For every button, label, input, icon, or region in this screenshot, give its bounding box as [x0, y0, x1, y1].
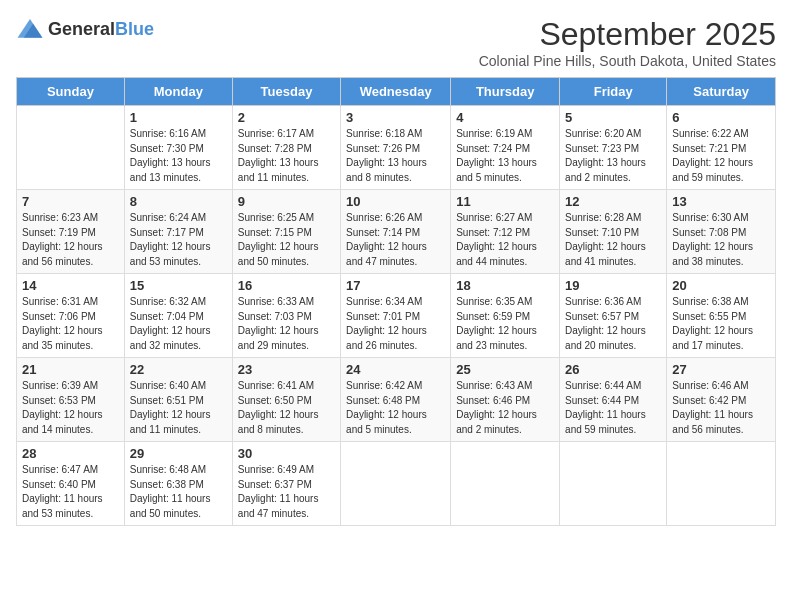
- day-info: Sunrise: 6:25 AMSunset: 7:15 PMDaylight:…: [238, 211, 335, 269]
- day-number: 3: [346, 110, 445, 125]
- day-info: Sunrise: 6:26 AMSunset: 7:14 PMDaylight:…: [346, 211, 445, 269]
- day-info: Sunrise: 6:33 AMSunset: 7:03 PMDaylight:…: [238, 295, 335, 353]
- day-info: Sunrise: 6:31 AMSunset: 7:06 PMDaylight:…: [22, 295, 119, 353]
- day-number: 1: [130, 110, 227, 125]
- calendar-cell: [341, 442, 451, 526]
- calendar-cell: 9Sunrise: 6:25 AMSunset: 7:15 PMDaylight…: [232, 190, 340, 274]
- day-info: Sunrise: 6:48 AMSunset: 6:38 PMDaylight:…: [130, 463, 227, 521]
- day-info: Sunrise: 6:42 AMSunset: 6:48 PMDaylight:…: [346, 379, 445, 437]
- calendar-cell: 24Sunrise: 6:42 AMSunset: 6:48 PMDayligh…: [341, 358, 451, 442]
- day-number: 18: [456, 278, 554, 293]
- calendar-cell: 20Sunrise: 6:38 AMSunset: 6:55 PMDayligh…: [667, 274, 776, 358]
- location: Colonial Pine Hills, South Dakota, Unite…: [479, 53, 776, 69]
- day-number: 27: [672, 362, 770, 377]
- calendar-week-row: 21Sunrise: 6:39 AMSunset: 6:53 PMDayligh…: [17, 358, 776, 442]
- day-number: 26: [565, 362, 661, 377]
- calendar-cell: 12Sunrise: 6:28 AMSunset: 7:10 PMDayligh…: [560, 190, 667, 274]
- calendar-cell: 6Sunrise: 6:22 AMSunset: 7:21 PMDaylight…: [667, 106, 776, 190]
- day-number: 6: [672, 110, 770, 125]
- calendar-header-row: SundayMondayTuesdayWednesdayThursdayFrid…: [17, 78, 776, 106]
- day-info: Sunrise: 6:32 AMSunset: 7:04 PMDaylight:…: [130, 295, 227, 353]
- logo-general: General: [48, 19, 115, 39]
- calendar-cell: 25Sunrise: 6:43 AMSunset: 6:46 PMDayligh…: [451, 358, 560, 442]
- calendar-cell: 2Sunrise: 6:17 AMSunset: 7:28 PMDaylight…: [232, 106, 340, 190]
- day-header-monday: Monday: [124, 78, 232, 106]
- calendar-cell: 18Sunrise: 6:35 AMSunset: 6:59 PMDayligh…: [451, 274, 560, 358]
- calendar-cell: 7Sunrise: 6:23 AMSunset: 7:19 PMDaylight…: [17, 190, 125, 274]
- day-header-friday: Friday: [560, 78, 667, 106]
- calendar-week-row: 1Sunrise: 6:16 AMSunset: 7:30 PMDaylight…: [17, 106, 776, 190]
- day-header-sunday: Sunday: [17, 78, 125, 106]
- day-number: 28: [22, 446, 119, 461]
- day-number: 30: [238, 446, 335, 461]
- day-info: Sunrise: 6:27 AMSunset: 7:12 PMDaylight:…: [456, 211, 554, 269]
- day-info: Sunrise: 6:28 AMSunset: 7:10 PMDaylight:…: [565, 211, 661, 269]
- calendar-cell: 16Sunrise: 6:33 AMSunset: 7:03 PMDayligh…: [232, 274, 340, 358]
- calendar-cell: 5Sunrise: 6:20 AMSunset: 7:23 PMDaylight…: [560, 106, 667, 190]
- day-info: Sunrise: 6:30 AMSunset: 7:08 PMDaylight:…: [672, 211, 770, 269]
- day-number: 2: [238, 110, 335, 125]
- day-number: 4: [456, 110, 554, 125]
- logo: GeneralBlue: [16, 16, 154, 44]
- day-info: Sunrise: 6:19 AMSunset: 7:24 PMDaylight:…: [456, 127, 554, 185]
- day-number: 7: [22, 194, 119, 209]
- calendar-cell: 23Sunrise: 6:41 AMSunset: 6:50 PMDayligh…: [232, 358, 340, 442]
- calendar-cell: 4Sunrise: 6:19 AMSunset: 7:24 PMDaylight…: [451, 106, 560, 190]
- day-info: Sunrise: 6:35 AMSunset: 6:59 PMDaylight:…: [456, 295, 554, 353]
- calendar-cell: 15Sunrise: 6:32 AMSunset: 7:04 PMDayligh…: [124, 274, 232, 358]
- calendar-cell: [17, 106, 125, 190]
- day-number: 20: [672, 278, 770, 293]
- calendar-cell: 17Sunrise: 6:34 AMSunset: 7:01 PMDayligh…: [341, 274, 451, 358]
- day-info: Sunrise: 6:43 AMSunset: 6:46 PMDaylight:…: [456, 379, 554, 437]
- day-info: Sunrise: 6:44 AMSunset: 6:44 PMDaylight:…: [565, 379, 661, 437]
- day-number: 21: [22, 362, 119, 377]
- calendar-cell: 8Sunrise: 6:24 AMSunset: 7:17 PMDaylight…: [124, 190, 232, 274]
- day-info: Sunrise: 6:24 AMSunset: 7:17 PMDaylight:…: [130, 211, 227, 269]
- day-number: 11: [456, 194, 554, 209]
- day-header-tuesday: Tuesday: [232, 78, 340, 106]
- logo-blue: Blue: [115, 19, 154, 39]
- day-number: 17: [346, 278, 445, 293]
- calendar-cell: 14Sunrise: 6:31 AMSunset: 7:06 PMDayligh…: [17, 274, 125, 358]
- day-info: Sunrise: 6:17 AMSunset: 7:28 PMDaylight:…: [238, 127, 335, 185]
- calendar-week-row: 28Sunrise: 6:47 AMSunset: 6:40 PMDayligh…: [17, 442, 776, 526]
- day-info: Sunrise: 6:23 AMSunset: 7:19 PMDaylight:…: [22, 211, 119, 269]
- logo-icon: [16, 16, 44, 44]
- calendar-cell: 1Sunrise: 6:16 AMSunset: 7:30 PMDaylight…: [124, 106, 232, 190]
- day-number: 13: [672, 194, 770, 209]
- calendar-week-row: 14Sunrise: 6:31 AMSunset: 7:06 PMDayligh…: [17, 274, 776, 358]
- day-number: 29: [130, 446, 227, 461]
- calendar-cell: [451, 442, 560, 526]
- day-info: Sunrise: 6:16 AMSunset: 7:30 PMDaylight:…: [130, 127, 227, 185]
- calendar-week-row: 7Sunrise: 6:23 AMSunset: 7:19 PMDaylight…: [17, 190, 776, 274]
- day-number: 5: [565, 110, 661, 125]
- calendar-cell: 22Sunrise: 6:40 AMSunset: 6:51 PMDayligh…: [124, 358, 232, 442]
- calendar-cell: 13Sunrise: 6:30 AMSunset: 7:08 PMDayligh…: [667, 190, 776, 274]
- calendar-cell: 11Sunrise: 6:27 AMSunset: 7:12 PMDayligh…: [451, 190, 560, 274]
- day-number: 15: [130, 278, 227, 293]
- day-info: Sunrise: 6:46 AMSunset: 6:42 PMDaylight:…: [672, 379, 770, 437]
- day-info: Sunrise: 6:36 AMSunset: 6:57 PMDaylight:…: [565, 295, 661, 353]
- day-info: Sunrise: 6:40 AMSunset: 6:51 PMDaylight:…: [130, 379, 227, 437]
- day-info: Sunrise: 6:39 AMSunset: 6:53 PMDaylight:…: [22, 379, 119, 437]
- day-number: 24: [346, 362, 445, 377]
- calendar-cell: 27Sunrise: 6:46 AMSunset: 6:42 PMDayligh…: [667, 358, 776, 442]
- day-number: 14: [22, 278, 119, 293]
- day-info: Sunrise: 6:38 AMSunset: 6:55 PMDaylight:…: [672, 295, 770, 353]
- calendar-cell: 21Sunrise: 6:39 AMSunset: 6:53 PMDayligh…: [17, 358, 125, 442]
- title-area: September 2025 Colonial Pine Hills, Sout…: [479, 16, 776, 69]
- day-info: Sunrise: 6:49 AMSunset: 6:37 PMDaylight:…: [238, 463, 335, 521]
- month-title: September 2025: [479, 16, 776, 53]
- calendar-cell: 10Sunrise: 6:26 AMSunset: 7:14 PMDayligh…: [341, 190, 451, 274]
- day-info: Sunrise: 6:34 AMSunset: 7:01 PMDaylight:…: [346, 295, 445, 353]
- day-number: 10: [346, 194, 445, 209]
- day-header-wednesday: Wednesday: [341, 78, 451, 106]
- day-info: Sunrise: 6:22 AMSunset: 7:21 PMDaylight:…: [672, 127, 770, 185]
- day-info: Sunrise: 6:41 AMSunset: 6:50 PMDaylight:…: [238, 379, 335, 437]
- calendar-cell: 19Sunrise: 6:36 AMSunset: 6:57 PMDayligh…: [560, 274, 667, 358]
- day-number: 23: [238, 362, 335, 377]
- page-header: GeneralBlue September 2025 Colonial Pine…: [16, 16, 776, 69]
- day-info: Sunrise: 6:20 AMSunset: 7:23 PMDaylight:…: [565, 127, 661, 185]
- calendar-cell: [560, 442, 667, 526]
- calendar-cell: 30Sunrise: 6:49 AMSunset: 6:37 PMDayligh…: [232, 442, 340, 526]
